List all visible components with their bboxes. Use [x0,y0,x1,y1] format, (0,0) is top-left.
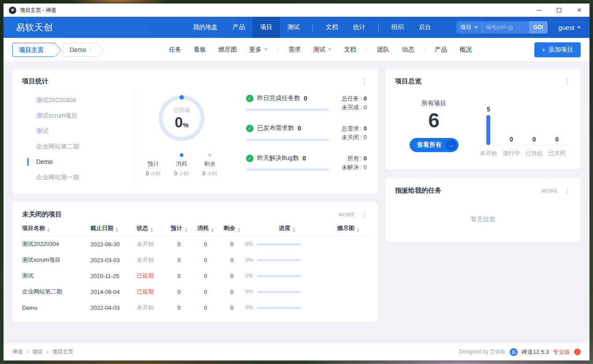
nav-item-project[interactable]: 项目 [253,17,280,38]
metric-side-stats: 总需求 : 0 未关闭 : 0 [342,124,368,142]
column-header-burndown[interactable]: 燃尽图 [329,224,368,232]
column-header-status[interactable]: 状态 [137,224,166,232]
nav-item-doc[interactable]: 文档 [318,17,346,38]
nav-item-product[interactable]: 产品 [225,17,253,38]
project-list-item[interactable]: 测试20220304 [22,93,134,108]
side-label: 总任务 [342,95,359,102]
view-all-button[interactable]: 查看所有 → [410,138,459,152]
left-column: 项目统计 ⋮ 测试20220304 测试scrum项目 测试 企业网站第二期 D… [12,69,377,343]
arrow-right-icon: → [446,140,456,150]
consumed-cell: 0 [192,273,219,279]
project-list-item[interactable]: 企业网站第一期 [22,170,134,185]
project-name-cell[interactable]: 测试scrum项目 [22,256,90,264]
menu-item-burndown[interactable]: 燃尽图 [212,46,243,54]
project-list-item[interactable]: 测试scrum项目 [22,108,134,123]
menu-divider [424,47,425,53]
kebab-menu-icon[interactable]: ⋮ [564,78,571,85]
bar-value: 0 [532,136,536,143]
project-name-cell[interactable]: Demo [22,305,90,311]
footer-crumb-project-home[interactable]: 项目主页 [52,348,73,356]
maximize-icon [557,8,561,12]
nav-item-org[interactable]: 组织 [384,17,411,38]
my-tasks-empty-state: 暂无信息 [385,195,581,244]
menu-item-dynamic[interactable]: 动态 [395,46,420,54]
menu-item-more[interactable]: 更多 [243,46,274,54]
project-list-item[interactable]: 企业网站第二期 [22,139,134,154]
crumb-current-project[interactable]: Demo [63,43,97,57]
footer: 禅道 > 项目 > 项目主页 Designed by 艾体验 G 禅道12.5.… [4,343,589,360]
donut-label: 已完成 [174,107,190,114]
metric-progress-track [246,138,329,141]
search-input[interactable] [482,24,529,30]
menu-item-task[interactable]: 任务 [163,46,187,54]
panel-header: 项目总览 ⋮ [385,69,581,85]
project-list-item[interactable]: 测试 [22,123,134,139]
progress-bar [257,275,301,277]
search-scope-select[interactable]: 项目 [456,21,482,33]
column-header-name[interactable]: 项目名称 [22,224,90,232]
right-column: 项目总览 ⋮ 所有项目 6 查看所有 → [385,69,581,343]
project-name-cell[interactable]: 企业网站第二期 [22,288,90,296]
column-header-estimate[interactable]: 预计 [166,224,192,232]
menu-item-overview[interactable]: 概况 [453,46,478,54]
add-project-button[interactable]: + 添加项目 [534,42,581,57]
nav-item-test[interactable]: 测试 [280,17,307,38]
estimate-cell: 0 [166,289,192,295]
column-header-progress[interactable]: 进度 [245,224,329,232]
minimize-button[interactable] [529,4,549,17]
project-name-cell[interactable]: 测试 [22,272,90,280]
column-label: 状态 [137,225,148,231]
upgrade-icon[interactable]: ↑ [574,349,581,355]
side-stat: 未关闭 : 0 [342,133,367,142]
column-header-remaining[interactable]: 剩余 [219,224,245,232]
project-list-item[interactable]: Demo [22,154,134,170]
kebab-menu-icon[interactable]: ⋮ [564,187,571,194]
column-header-consumed[interactable]: 消耗 [192,224,219,232]
version-text[interactable]: 禅道12.5.3 [522,348,549,356]
edition-link[interactable]: 专业版 [553,348,570,356]
estimate-cell: 0 [166,273,192,279]
nav-item-admin[interactable]: 后台 [411,17,439,38]
nav-item-my[interactable]: 我的地盘 [186,17,225,38]
side-value: 0 [364,125,367,132]
metric-value: 0 [304,95,307,102]
menu-item-doc[interactable]: 文档 [338,46,362,54]
maximize-button[interactable] [549,4,569,17]
category-label: 已挂起 [523,149,546,157]
donut-unit: % [183,121,189,129]
chevron-down-icon [577,26,581,29]
footer-crumb-home[interactable]: 禅道 [12,348,23,356]
side-value: 0 [364,95,367,102]
sort-icon [238,228,240,232]
page-content: 项目统计 ⋮ 测试20220304 测试scrum项目 测试 企业网站第二期 D… [4,62,589,343]
consumed-cell: 0 [192,305,219,311]
progress-bar [257,307,301,309]
menu-item-product[interactable]: 产品 [429,46,453,54]
column-label: 消耗 [198,225,209,231]
menu-item-team[interactable]: 团队 [371,46,395,54]
nav-item-report[interactable]: 统计 [346,17,373,38]
kebab-menu-icon[interactable]: ⋮ [361,78,368,85]
consumed-cell: 0 [192,289,219,295]
deadline-cell: 2022-06-30 [90,241,137,248]
more-link[interactable]: MORE [542,188,558,193]
menu-item-story[interactable]: 需求 [282,46,307,54]
menu-item-test[interactable]: 测试 [307,46,338,54]
kebab-menu-icon[interactable]: ⋮ [361,211,368,218]
view-all-label: 查看所有 [417,141,442,149]
user-menu[interactable]: guest [558,24,581,31]
minimize-icon [537,10,541,11]
project-name-cell[interactable]: 测试20220304 [22,240,90,248]
overview-body: 所有项目 6 查看所有 → 5 [385,85,581,157]
chevron-down-icon [264,48,268,51]
main-nav-items: 我的地盘 产品 项目 测试 文档 统计 组织 后台 [186,17,439,38]
search-go-button[interactable]: GO! [529,21,548,33]
metric-bugs-resolved: ✓ 昨天解决Bug数 0 所有 : 0 未解决 : 0 [246,154,368,172]
column-header-deadline[interactable]: 截止日期 [90,224,137,232]
crumb-project-home[interactable]: 项目主页 [12,43,55,57]
legend-value: 0 小时 [174,170,189,178]
menu-item-kanban[interactable]: 看板 [187,46,212,54]
close-button[interactable]: ✕ [569,4,589,17]
footer-crumb-project[interactable]: 项目 [32,348,43,356]
more-link[interactable]: MORE [339,212,355,217]
